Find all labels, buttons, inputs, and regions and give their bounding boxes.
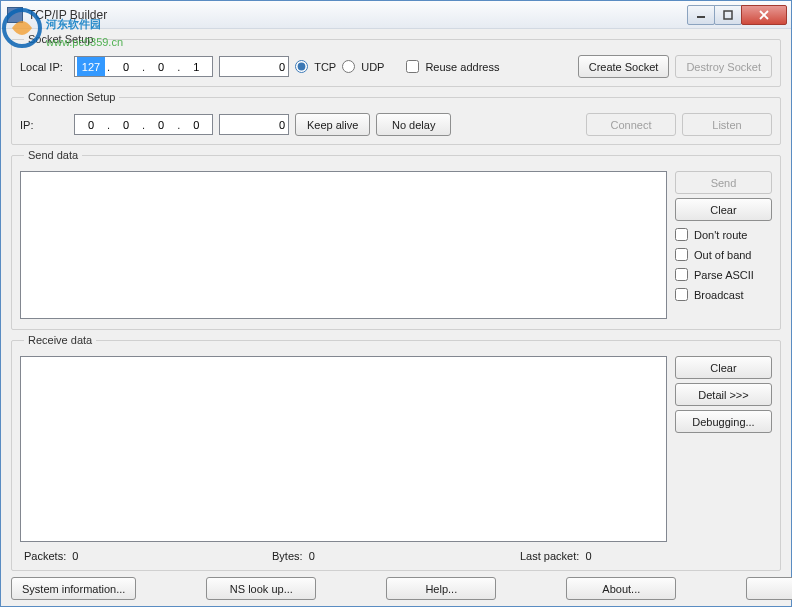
window-title: TCP/IP Builder [28,8,688,22]
detail-button[interactable]: Detail >>> [675,383,772,406]
debugging-button[interactable]: Debugging... [675,410,772,433]
socket-setup-legend: Socket Setup [24,33,97,45]
local-ip-oct4[interactable] [182,57,210,76]
app-window: TCP/IP Builder Socket Setup Local IP: . … [0,0,792,607]
parse-ascii-checkbox[interactable] [675,268,688,281]
remote-ip-oct1[interactable] [77,115,105,134]
close-button[interactable] [741,5,787,25]
reuse-address-checkbox[interactable] [406,60,419,73]
out-of-band-label: Out of band [694,249,752,261]
connection-setup-legend: Connection Setup [24,91,119,103]
parse-ascii-label: Parse ASCII [694,269,754,281]
send-clear-button[interactable]: Clear [675,198,772,221]
about-button[interactable]: About... [566,577,676,600]
window-buttons [688,5,787,25]
titlebar[interactable]: TCP/IP Builder [1,1,791,29]
reuse-address-label: Reuse address [425,61,499,73]
dont-route-label: Don't route [694,229,747,241]
packets-label: Packets: [24,550,66,562]
remote-ip-oct3[interactable] [147,115,175,134]
local-ip-oct1[interactable] [77,57,105,76]
packets-value: 0 [72,550,78,562]
tcp-label: TCP [314,61,336,73]
dont-route-checkbox[interactable] [675,228,688,241]
bytes-label: Bytes: [272,550,303,562]
send-data-legend: Send data [24,149,82,161]
svg-rect-2 [724,11,732,19]
local-port-input[interactable] [219,56,289,77]
help-button[interactable]: Help... [386,577,496,600]
exit-button[interactable]: Exit [746,577,792,600]
no-delay-button[interactable]: No delay [376,113,451,136]
send-button[interactable]: Send [675,171,772,194]
receive-data-group: Receive data Clear Detail >>> Debugging.… [11,334,781,571]
receive-clear-button[interactable]: Clear [675,356,772,379]
receive-data-textarea[interactable] [20,356,667,542]
receive-data-legend: Receive data [24,334,96,346]
remote-port-input[interactable] [219,114,289,135]
remote-ip-input[interactable]: . . . [74,114,213,135]
bytes-value: 0 [309,550,315,562]
remote-ip-oct4[interactable] [182,115,210,134]
socket-setup-group: Socket Setup Local IP: . . . TCP UDP [11,33,781,87]
ip-label: IP: [20,119,68,131]
udp-label: UDP [361,61,384,73]
last-packet-value: 0 [585,550,591,562]
app-icon [7,7,23,23]
broadcast-label: Broadcast [694,289,744,301]
local-ip-oct2[interactable] [112,57,140,76]
local-ip-oct3[interactable] [147,57,175,76]
system-information-button[interactable]: System information... [11,577,136,600]
local-ip-label: Local IP: [20,61,68,73]
maximize-button[interactable] [714,5,742,25]
send-data-textarea[interactable] [20,171,667,319]
broadcast-checkbox[interactable] [675,288,688,301]
local-ip-input[interactable]: . . . [74,56,213,77]
connection-setup-group: Connection Setup IP: . . . Keep alive No… [11,91,781,145]
send-data-group: Send data Send Clear Don't route Out of … [11,149,781,330]
tcp-radio[interactable] [295,60,308,73]
create-socket-button[interactable]: Create Socket [578,55,670,78]
listen-button[interactable]: Listen [682,113,772,136]
out-of-band-checkbox[interactable] [675,248,688,261]
destroy-socket-button[interactable]: Destroy Socket [675,55,772,78]
ns-lookup-button[interactable]: NS look up... [206,577,316,600]
minimize-button[interactable] [687,5,715,25]
remote-ip-oct2[interactable] [112,115,140,134]
connect-button[interactable]: Connect [586,113,676,136]
receive-stats: Packets: 0 Bytes: 0 Last packet: 0 [20,550,772,562]
client-area: Socket Setup Local IP: . . . TCP UDP [1,29,791,606]
bottom-toolbar: System information... NS look up... Help… [11,575,781,600]
udp-radio[interactable] [342,60,355,73]
last-packet-label: Last packet: [520,550,579,562]
keep-alive-button[interactable]: Keep alive [295,113,370,136]
